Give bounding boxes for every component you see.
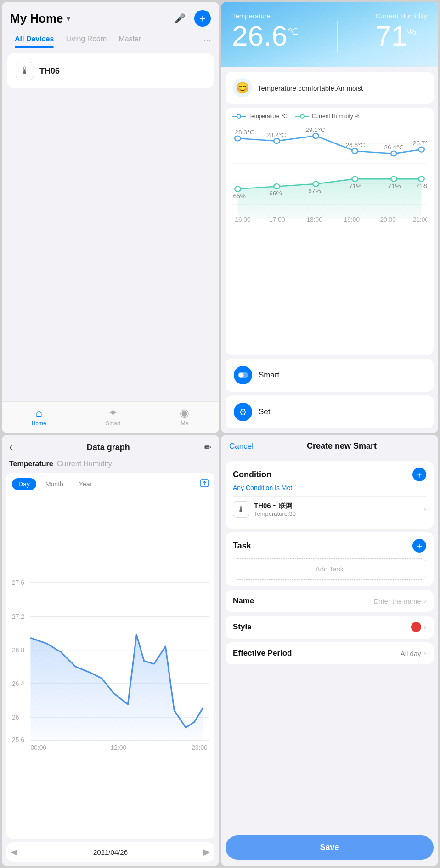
graph-footer: ◀ 2021/04/26 ▶ <box>6 842 214 862</box>
month-button[interactable]: Month <box>39 478 70 490</box>
smart-body: Condition ＋ Any Condition Is Met ˅ 🌡 TH0… <box>221 457 438 833</box>
home-title: My Home <box>10 11 63 26</box>
prev-date-button[interactable]: ◀ <box>11 847 17 857</box>
legend-temp-label: Temperature ℃ <box>248 113 287 120</box>
svg-text:21:00: 21:00 <box>413 217 427 223</box>
effective-arrow: › <box>424 649 426 657</box>
tab-all-devices[interactable]: All Devices <box>10 32 58 48</box>
humidity-unit: % <box>407 26 416 38</box>
add-icon[interactable]: ＋ <box>194 10 211 27</box>
metric-temperature[interactable]: Temperature <box>9 460 53 468</box>
effective-period-row[interactable]: Effective Period All day › <box>226 642 434 664</box>
mic-icon[interactable]: 🎤 <box>171 10 188 27</box>
style-color-dot <box>411 622 421 632</box>
add-task-placeholder[interactable]: Add Task <box>233 558 426 580</box>
top-icons: 🎤 ＋ <box>171 10 211 27</box>
panel-home: My Home ▾ 🎤 ＋ All Devices Living Room Ma… <box>2 2 219 433</box>
panel-temperature: Temperature 26.6℃ Current Humidity 71% 😊… <box>221 2 438 433</box>
svg-text:67%: 67% <box>308 188 321 194</box>
humidity-number: 71 <box>375 20 407 51</box>
svg-point-26 <box>418 177 424 182</box>
mini-chart: 28.3℃ 28.2℃ 29.1℃ 26.6℃ 26.4℃ 26.7℃ <box>232 123 427 224</box>
header-divider <box>337 21 338 53</box>
svg-point-9 <box>274 138 280 143</box>
cancel-button[interactable]: Cancel <box>229 442 254 451</box>
save-button[interactable]: Save <box>226 835 434 860</box>
svg-point-1 <box>237 114 241 118</box>
svg-text:71%: 71% <box>388 183 401 189</box>
nav-home[interactable]: ⌂ Home <box>32 406 46 427</box>
set-card[interactable]: ⚙ Set <box>226 395 434 428</box>
bottom-nav: ⌂ Home ✦ Smart ◉ Me <box>2 401 219 433</box>
top-bar: My Home ▾ 🎤 ＋ <box>2 2 219 29</box>
year-button[interactable]: Year <box>73 478 98 490</box>
humidity-value: 71% <box>375 22 427 50</box>
edit-button[interactable]: ✏ <box>204 442 212 453</box>
humidity-label: Current Humidity <box>375 12 427 20</box>
svg-text:66%: 66% <box>269 190 282 197</box>
time-selector: Day Month Year <box>12 478 209 490</box>
svg-point-23 <box>313 182 319 187</box>
nav-smart[interactable]: ✦ Smart <box>106 406 120 427</box>
temp-unit: ℃ <box>288 26 299 38</box>
condition-item-arrow: › <box>424 505 426 514</box>
name-field-row[interactable]: Name Enter the name › <box>226 590 434 612</box>
set-label: Set <box>259 407 271 417</box>
svg-text:18:00: 18:00 <box>307 217 322 223</box>
next-date-button[interactable]: ▶ <box>203 847 210 857</box>
svg-point-8 <box>235 136 241 141</box>
svg-text:20:00: 20:00 <box>380 217 396 223</box>
svg-text:00:00: 00:00 <box>30 744 46 751</box>
tab-living-room[interactable]: Living Room <box>61 32 111 48</box>
day-button[interactable]: Day <box>12 478 36 490</box>
back-button[interactable]: ‹ <box>9 441 12 453</box>
svg-point-25 <box>391 177 397 182</box>
comfort-text: Temperature comfortable,Air moist <box>258 84 363 92</box>
style-field-row[interactable]: Style › <box>226 616 434 639</box>
device-th06-name: TH06 <box>39 66 60 76</box>
add-task-button[interactable]: ＋ <box>412 539 426 553</box>
condition-device-icon: 🌡 <box>233 501 249 518</box>
chart-area: 27.6 27.2 26.8 26.4 26 25.6 <box>12 495 209 833</box>
panel-create-smart: Cancel Create new Smart Condition ＋ Any … <box>221 435 438 866</box>
style-value: › <box>411 622 426 632</box>
task-header: Task ＋ <box>233 539 426 553</box>
condition-device-name: TH06 ~ 联网 <box>254 502 419 510</box>
smart-header: Cancel Create new Smart <box>221 435 438 457</box>
svg-text:26.7℃: 26.7℃ <box>413 140 427 147</box>
home-nav-label: Home <box>32 420 46 427</box>
device-tabs: All Devices Living Room Master ··· <box>2 29 219 48</box>
condition-sub[interactable]: Any Condition Is Met ˅ <box>233 484 426 491</box>
legend-humidity-label: Current Humidity % <box>312 113 360 120</box>
smart-label: Smart <box>259 371 279 380</box>
graph-content: Day Month Year 27.6 27.2 26.8 26.4 26 25… <box>6 473 214 839</box>
svg-text:26.8: 26.8 <box>12 646 24 654</box>
svg-point-12 <box>391 151 397 156</box>
tab-master[interactable]: Master <box>114 32 146 48</box>
home-nav-icon: ⌂ <box>35 406 42 419</box>
nav-me[interactable]: ◉ Me <box>180 406 189 427</box>
tabs-more[interactable]: ··· <box>203 35 211 46</box>
panel-data-graph: ‹ Data graph ✏ Temperature Current Humid… <box>2 435 219 866</box>
svg-text:28.2℃: 28.2℃ <box>266 131 286 138</box>
metric-humidity[interactable]: Current Humidity <box>57 460 112 468</box>
graph-header: ‹ Data graph ✏ <box>2 435 219 460</box>
smart-card[interactable]: Smart <box>226 359 434 392</box>
condition-chevron: ˅ <box>294 484 297 491</box>
export-button[interactable] <box>200 479 209 490</box>
legend-temp: Temperature ℃ <box>232 113 287 120</box>
svg-text:12:00: 12:00 <box>111 744 127 751</box>
task-section: Task ＋ Add Task <box>226 532 434 586</box>
current-date: 2021/04/26 <box>93 848 128 856</box>
svg-text:17:00: 17:00 <box>269 217 285 223</box>
svg-point-10 <box>313 133 319 138</box>
svg-text:26: 26 <box>12 714 19 721</box>
condition-item-th06[interactable]: 🌡 TH06 ~ 联网 Temperature:30 › <box>233 496 426 522</box>
add-condition-button[interactable]: ＋ <box>412 468 426 481</box>
graph-title: Data graph <box>87 443 130 452</box>
condition-info: TH06 ~ 联网 Temperature:30 <box>254 502 419 517</box>
home-chevron[interactable]: ▾ <box>66 13 70 23</box>
smart-title: Create new Smart <box>254 441 430 451</box>
device-card-th06[interactable]: 🌡 TH06 <box>7 53 214 88</box>
task-title: Task <box>233 541 251 551</box>
